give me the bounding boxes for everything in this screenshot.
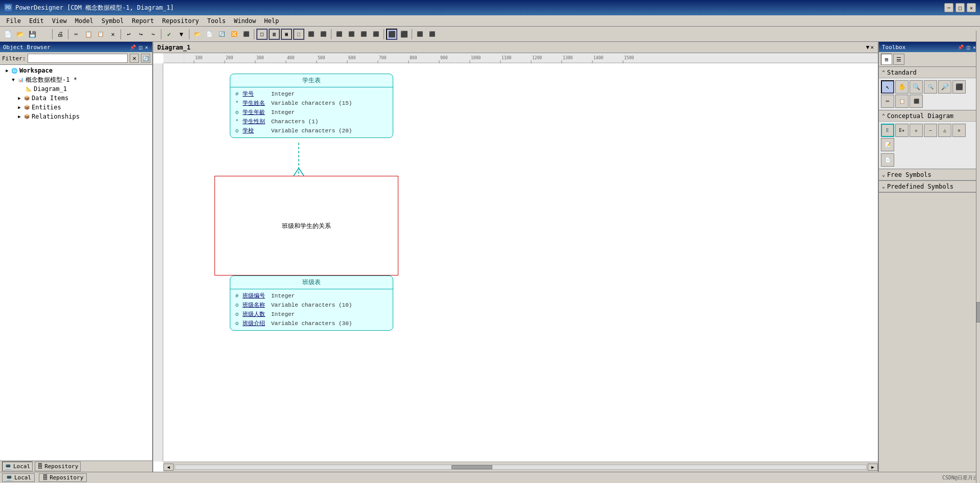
menu-symbol[interactable]: Symbol — [98, 16, 128, 26]
tb-rect1[interactable]: □ — [256, 29, 268, 40]
toolbox-section-free-header[interactable]: ⌄ Free Symbols — [879, 169, 980, 180]
tb-rect2[interactable]: ▥ — [269, 29, 280, 40]
toolbox-section-conceptual-header[interactable]: ⌃ Conceptual Diagram — [879, 110, 980, 122]
menu-tools[interactable]: Tools — [203, 16, 230, 26]
tool-page[interactable]: 📄 — [881, 153, 894, 167]
diagram-scrollbar-horizontal[interactable]: ◀ ▶ — [163, 462, 878, 472]
tb-rect6[interactable]: ⬛ — [318, 29, 329, 40]
tb-undo[interactable]: ↩ — [123, 29, 134, 40]
tb-print[interactable]: 🖨 — [55, 29, 66, 40]
scrollbar-right-button[interactable]: ▶ — [868, 464, 878, 471]
tree-item-workspace[interactable]: ▶ 🌐 Workspace — [1, 66, 151, 75]
tb-open2[interactable]: 📂 — [192, 29, 203, 40]
tb-saveall[interactable] — [39, 29, 50, 40]
scrollbar-left-button[interactable]: ◀ — [163, 464, 174, 471]
toolbox-dock-icon[interactable]: ◫ — [966, 44, 971, 50]
tool-extra2[interactable]: ⬛ — [910, 95, 923, 108]
scrollbar-thumb[interactable] — [451, 465, 492, 469]
ob-dock-icon[interactable]: ◫ — [138, 44, 143, 50]
tb-redo2[interactable]: ↪ — [148, 29, 159, 40]
tool-note[interactable]: 📝 — [881, 138, 894, 151]
tool-extra1[interactable]: ⬛ — [952, 80, 966, 94]
toolbox-section-standard-header[interactable]: ⌃ Standard — [879, 67, 980, 78]
toolbox-pin-icon[interactable]: 📌 — [957, 44, 965, 50]
tb-rect5[interactable]: ⬛ — [305, 29, 317, 40]
tool-relationship[interactable]: ◇ — [910, 124, 923, 137]
toolbox-section-predefined-header[interactable]: ⌄ Predefined Symbols — [879, 181, 980, 192]
filter-refresh-button[interactable]: 🔄 — [141, 54, 150, 63]
menu-edit[interactable]: Edit — [25, 16, 48, 26]
tb-align4[interactable]: ⬛ — [370, 29, 381, 40]
tool-zoom-in[interactable]: 🔍 — [910, 80, 923, 94]
menu-report[interactable]: Report — [128, 16, 158, 26]
diagram-scroll-area[interactable]: 100 200 300 400 500 600 700 800 900 1000… — [153, 53, 878, 472]
tool-assoc[interactable]: ⊙ — [952, 124, 966, 137]
tb-rect3[interactable]: ▣ — [281, 29, 292, 40]
toolbox-list-view-button[interactable]: ☰ — [893, 54, 904, 65]
scrollbar-track[interactable] — [175, 465, 867, 470]
relationship-box[interactable]: 班级和学生的关系 — [214, 176, 398, 275]
menu-window[interactable]: Window — [230, 16, 260, 26]
student-entity[interactable]: 学生表 # 学号 Integer * 学生姓名 Variable charact… — [230, 74, 393, 138]
tb-copy[interactable]: 📋 — [83, 29, 94, 40]
toolbox-grid-view-button[interactable]: ⊞ — [881, 54, 892, 65]
tb-delete[interactable]: ✕ — [107, 29, 118, 40]
tree-item-entities[interactable]: ▶ 📦 Entities — [1, 103, 151, 112]
minimize-button[interactable]: ─ — [944, 3, 953, 12]
menu-repository[interactable]: Repository — [158, 16, 203, 26]
tree-expander-dataitems[interactable]: ▶ — [16, 96, 22, 101]
tb-align3[interactable]: ⬛ — [358, 29, 369, 40]
diagram-menu-icon[interactable]: ▼ — [866, 44, 870, 51]
tool-hand[interactable]: ✋ — [895, 80, 909, 94]
tool-link[interactable]: — — [924, 124, 937, 137]
menu-file[interactable]: File — [2, 16, 25, 26]
tb-extra1[interactable]: ⬛ — [414, 29, 425, 40]
menu-model[interactable]: Model — [71, 16, 98, 26]
tree-expander-relationships[interactable]: ▶ — [16, 114, 22, 119]
tree-expander-workspace[interactable]: ▶ — [4, 68, 10, 73]
tb-redo[interactable]: ↪ — [135, 29, 147, 40]
tree-expander-model[interactable]: ▼ — [10, 77, 16, 82]
tb-check[interactable]: ✔ — [163, 29, 175, 40]
toolbox-scrollbar-thumb[interactable] — [976, 302, 980, 323]
tb-close[interactable]: 📄 — [204, 29, 215, 40]
menu-help[interactable]: Help — [260, 16, 283, 26]
tb-check2[interactable]: ▼ — [176, 29, 187, 40]
filter-clear-button[interactable]: ✕ — [130, 54, 139, 63]
tb-paste[interactable]: 📋 — [95, 29, 106, 40]
tool-paste[interactable]: 📋 — [895, 95, 909, 108]
tb-rect4[interactable]: ⬚ — [293, 29, 304, 40]
tree-expander-entities[interactable]: ▶ — [16, 105, 22, 110]
tree-item-dataitems[interactable]: ▶ 📦 Data Items — [1, 94, 151, 103]
toolbox-scrollbar[interactable] — [976, 31, 980, 483]
tb-view2[interactable]: ⬛ — [398, 29, 410, 40]
tree-item-diagram1[interactable]: 📐 Diagram_1 — [1, 84, 151, 94]
tool-entity2[interactable]: E+ — [895, 124, 909, 137]
tb-refresh[interactable]: 🔄 — [216, 29, 227, 40]
tree-item-relationships[interactable]: ▶ 📦 Relationships — [1, 112, 151, 121]
tb-extra2[interactable]: ⬛ — [426, 29, 438, 40]
diagram-canvas[interactable]: 学生表 # 学号 Integer * 学生姓名 Variable charact… — [163, 63, 878, 462]
tb-view1[interactable]: ⬛ — [386, 29, 397, 40]
tb-open[interactable]: 📂 — [14, 29, 26, 40]
ob-close-icon[interactable]: ✕ — [144, 44, 149, 50]
tb-compare[interactable]: 🔀 — [228, 29, 240, 40]
tree-item-model[interactable]: ▼ 📊 概念数据模型-1 * — [1, 75, 151, 84]
filter-input[interactable] — [28, 54, 128, 63]
tb-cut[interactable]: ✂ — [70, 29, 82, 40]
tool-entity[interactable]: E — [881, 124, 894, 137]
tb-align2[interactable]: ⬛ — [346, 29, 357, 40]
class-entity[interactable]: 班级表 # 班级编号 Integer o 班级名称 Variable chara… — [230, 275, 393, 331]
tool-cut[interactable]: ✂ — [881, 95, 894, 108]
menu-view[interactable]: View — [48, 16, 71, 26]
ob-status-local[interactable]: 💻 Local — [2, 462, 33, 471]
diagram-close-icon[interactable]: ✕ — [870, 44, 874, 51]
tb-merge[interactable]: ⬛ — [241, 29, 252, 40]
close-button[interactable]: ✕ — [967, 3, 976, 12]
ob-pin-icon[interactable]: 📌 — [129, 44, 137, 50]
tool-fit[interactable]: 🔎 — [938, 80, 951, 94]
tb-new[interactable]: 📄 — [2, 29, 13, 40]
tool-zoom-out[interactable]: 🔍 — [924, 80, 937, 94]
status-local[interactable]: 💻 Local — [2, 473, 35, 482]
tb-align1[interactable]: ⬛ — [333, 29, 345, 40]
